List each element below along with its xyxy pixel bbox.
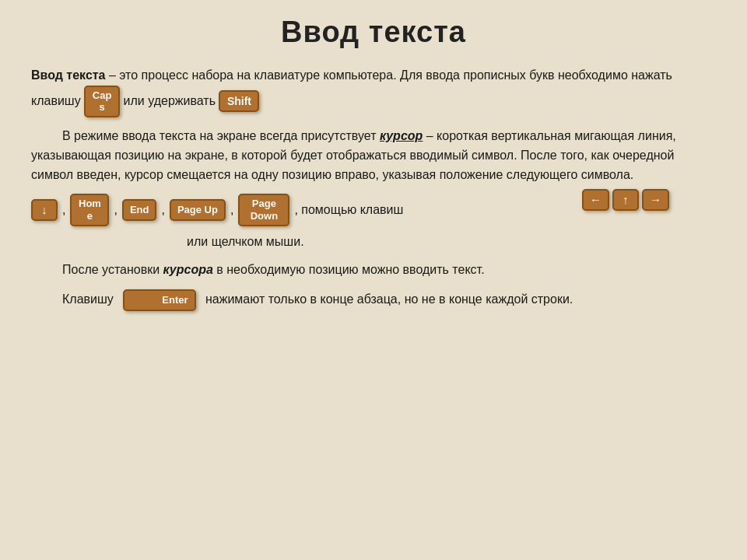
para3-nav-container: ↓ , Home , End , Page Up , PageDown , по… [31,194,716,251]
nav-comma-2: , [114,203,117,217]
enter-key[interactable]: Enter [123,289,195,311]
nav-comma-4: , [230,203,233,217]
bold-intro: Ввод текста [31,68,106,82]
page-up-key[interactable]: Page Up [170,199,226,221]
para3-text-b: или щелчком мыши. [187,235,304,248]
para4-text-a: После установки [62,263,163,276]
nav-comma-3: , [161,203,164,217]
page: Ввод текста Ввод текста – это процесс на… [0,0,747,560]
para3-text-a: , помощью клавиш [294,203,403,217]
caps-lock-key[interactable]: Caps [84,86,120,117]
home-key[interactable]: Home [70,194,109,226]
para1-text-b: или удерживать [124,94,216,107]
paragraph-1: Ввод текста – это процесс набора на клав… [31,66,716,117]
arrow-down-key[interactable]: ↓ [31,199,58,221]
cursor-word: курсор [380,129,423,142]
para5-text-b: нажимают только в конце абзаца, но не в … [205,292,573,306]
nav-keys-row: ↓ , Home , End , Page Up , PageDown , по… [31,194,716,226]
end-key[interactable]: End [122,199,157,221]
paragraph-5: Клавишу Enter нажимают только в конце аб… [31,289,716,311]
page-down-key[interactable]: PageDown [238,194,289,226]
caps-key-group: Caps [84,86,120,117]
cursor-word-2: курсора [163,263,213,276]
paragraph-3b: или щелчком мыши. [31,233,716,252]
nav-comma-1: , [62,203,65,217]
para2-container: В режиме ввода текста на экране всегда п… [31,127,716,184]
paragraph-4: После установки курсора в необходимую по… [31,261,716,280]
paragraph-2: В режиме ввода текста на экране всегда п… [31,127,716,184]
page-title: Ввод текста [31,16,716,49]
para2-text-a: В режиме ввода текста на экране всегда п… [62,129,380,142]
para4-text-b: в необходимую позицию можно вводить текс… [213,263,485,276]
shift-key[interactable]: Shift [219,90,259,112]
para5-text-a: Клавишу [62,292,114,306]
